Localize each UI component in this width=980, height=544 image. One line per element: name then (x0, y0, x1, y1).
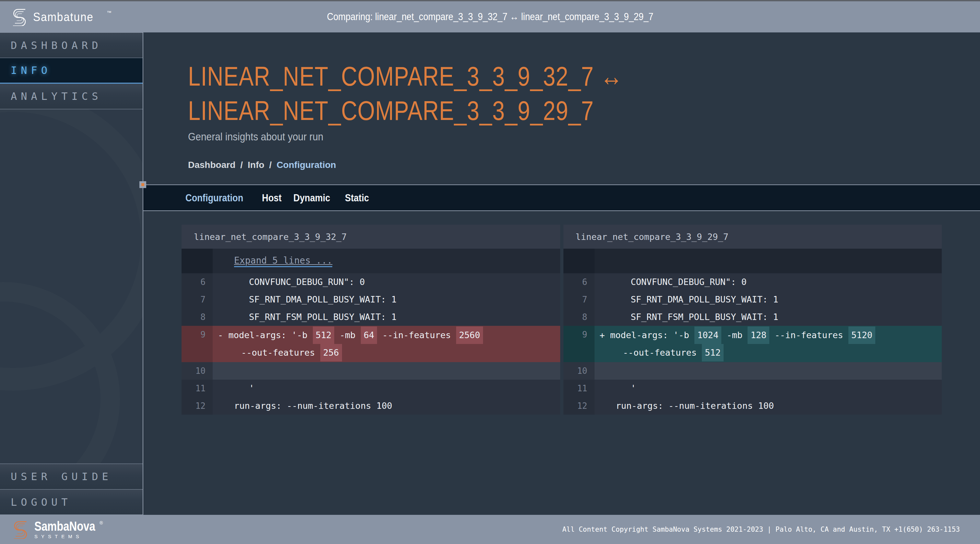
code-line: ' (595, 380, 942, 397)
splitter-handle[interactable] (139, 181, 146, 188)
sidebar-item-label: USER GUIDE (11, 471, 112, 483)
page-title-line2: LINEAR_NET_COMPARE_3_3_9_29_7 (188, 93, 837, 128)
sidebar-item-label: LOGOUT (11, 496, 72, 508)
comparing-title: Comparing: linear_net_compare_3_3_9_32_7… (327, 11, 653, 23)
sidebar-item-logout[interactable]: LOGOUT (0, 489, 143, 515)
breadcrumb-dashboard[interactable]: Dashboard (188, 160, 235, 170)
diff-line-number: 7 (181, 291, 213, 308)
diff-line-number: 6 (181, 273, 213, 291)
tab-host[interactable]: Host (262, 192, 282, 204)
diff-line: 12run-args: --num-iterations 100 (181, 397, 560, 415)
code-line: --out-features 256 (213, 344, 560, 361)
diff-line: 7SF_RNT_DMA_POLL_BUSY_WAIT: 1 (181, 291, 560, 308)
diff-line-number: 11 (181, 380, 213, 397)
diff-panel-left: linear_net_compare_3_3_9_32_7 Expand 5 l… (181, 225, 560, 415)
brand-trademark: ™ (107, 10, 111, 15)
code-text: --in-features (769, 330, 848, 340)
main-content: LINEAR_NET_COMPARE_3_3_9_32_7 ↔ LINEAR_N… (143, 32, 980, 515)
diff-token-highlight: 512 (313, 326, 334, 344)
sambanova-logo-icon (11, 520, 30, 539)
diff-line-number: 9 (181, 326, 213, 362)
sidebar-bottom-nav: USER GUIDE LOGOUT (0, 464, 143, 515)
diff-panel-right: linear_net_compare_3_3_9_29_7 6CONVFUNC_… (563, 225, 942, 415)
code-text: run-args: --num-iterations 100 (616, 401, 774, 411)
diff-panel-left-body: Expand 5 lines ...6CONVFUNC_DEBUG_RUN": … (181, 249, 560, 415)
diff-line-number: 8 (181, 308, 213, 326)
brand: Sambatune ™ (0, 8, 111, 26)
tab-static[interactable]: Static (345, 192, 369, 204)
diff-line-number: 11 (563, 380, 595, 397)
diff-line-number: 7 (563, 291, 595, 308)
breadcrumb-configuration[interactable]: Configuration (277, 160, 336, 170)
diff-token-highlight: 128 (748, 326, 769, 344)
diff-expand-cell: Expand 5 lines ... (213, 249, 560, 273)
diff-line-content: - model-args: '-b 512 -mb 64 --in-featur… (213, 326, 560, 362)
diff-line: 9+ model-args: '-b 1024 -mb 128 --in-fea… (563, 326, 942, 362)
app-header: Sambatune ™ Comparing: linear_net_compar… (0, 1, 980, 32)
footer-brand: SambaNova ® SYSTEMS (11, 520, 103, 539)
diff-line-content: SF_RNT_DMA_POLL_BUSY_WAIT: 1 (213, 291, 560, 308)
code-text: SF_RNT_FSM_POLL_BUSY_WAIT: 1 (631, 312, 778, 322)
brand-name: Sambatune (33, 10, 94, 24)
code-text: --out-features (623, 348, 702, 358)
sidebar-item-label: INFO (11, 64, 51, 76)
sidebar-item-label: ANALYTICS (11, 90, 102, 102)
diff-expand-cell (595, 249, 942, 273)
diff-line: 12run-args: --num-iterations 100 (563, 397, 942, 415)
sidebar-item-info[interactable]: INFO (0, 58, 143, 84)
sidebar-nav: DASHBOARD INFO ANALYTICS (0, 32, 143, 109)
code-text: SF_RNT_DMA_POLL_BUSY_WAIT: 1 (631, 294, 778, 304)
breadcrumb: Dashboard/Info/Configuration (188, 160, 980, 170)
diff-line: 9- model-args: '-b 512 -mb 64 --in-featu… (181, 326, 560, 362)
code-line: run-args: --num-iterations 100 (213, 397, 560, 415)
code-text: run-args: --num-iterations 100 (234, 401, 392, 411)
footer-brand-subtitle: SYSTEMS (34, 534, 103, 539)
expand-lines-link[interactable]: Expand 5 lines ... (234, 255, 332, 267)
diff-line: 6CONVFUNC_DEBUG_RUN": 0 (181, 273, 560, 291)
diff-line-number: 12 (563, 397, 595, 415)
diff-line: 8SF_RNT_FSM_POLL_BUSY_WAIT: 1 (181, 308, 560, 326)
code-text: -mb (334, 330, 361, 340)
diff-line-content: CONVFUNC_DEBUG_RUN": 0 (213, 273, 560, 291)
breadcrumb-separator: / (269, 160, 272, 170)
page-title: LINEAR_NET_COMPARE_3_3_9_32_7 ↔ LINEAR_N… (188, 59, 980, 128)
footer-registered-mark: ® (100, 520, 103, 525)
code-text: CONVFUNC_DEBUG_RUN": 0 (631, 277, 747, 287)
diff-line-content: CONVFUNC_DEBUG_RUN": 0 (595, 273, 942, 291)
diff-line-content: run-args: --num-iterations 100 (595, 397, 942, 415)
code-text: -mb (721, 330, 748, 340)
diff-line: 7SF_RNT_DMA_POLL_BUSY_WAIT: 1 (563, 291, 942, 308)
diff-line-number: 9 (563, 326, 595, 362)
code-text: ' (249, 383, 254, 393)
code-text: + model-args: '-b (600, 330, 695, 340)
code-line: + model-args: '-b 1024 -mb 128 --in-feat… (595, 326, 942, 344)
diff-panel-right-title: linear_net_compare_3_3_9_29_7 (563, 225, 942, 249)
diff-line-number: 12 (181, 397, 213, 415)
sidebar-item-dashboard[interactable]: DASHBOARD (0, 32, 143, 58)
diff-line-content: + model-args: '-b 1024 -mb 128 --in-feat… (595, 326, 942, 362)
tab-dynamic[interactable]: Dynamic (293, 192, 330, 204)
diff-line-content: SF_RNT_FSM_POLL_BUSY_WAIT: 1 (595, 308, 942, 326)
diff-line-content: run-args: --num-iterations 100 (213, 397, 560, 415)
diff-line-content: SF_RNT_FSM_POLL_BUSY_WAIT: 1 (213, 308, 560, 326)
tab-bar: Configuration Host Dynamic Static (143, 185, 980, 211)
diff-panel-right-body: 6CONVFUNC_DEBUG_RUN": 07SF_RNT_DMA_POLL_… (563, 249, 942, 415)
diff-line-content (213, 362, 560, 380)
diff-line-content (595, 362, 942, 380)
diff-line-number: 6 (563, 273, 595, 291)
breadcrumb-info[interactable]: Info (248, 160, 264, 170)
sidebar-item-analytics[interactable]: ANALYTICS (0, 84, 143, 109)
diff-token-highlight: 256 (320, 344, 342, 361)
code-text: - model-args: '-b (218, 330, 313, 340)
code-line: SF_RNT_FSM_POLL_BUSY_WAIT: 1 (595, 308, 942, 326)
diff-line-number (563, 249, 595, 273)
code-line: --out-features 512 (595, 344, 942, 361)
tab-configuration[interactable]: Configuration (185, 192, 243, 204)
diff-line-content: ' (595, 380, 942, 397)
page-title-line1: LINEAR_NET_COMPARE_3_3_9_32_7 ↔ (188, 59, 837, 93)
diff-line: 10 (181, 362, 560, 380)
sidebar-item-user-guide[interactable]: USER GUIDE (0, 464, 143, 489)
diff-line-number (181, 249, 213, 273)
code-line: run-args: --num-iterations 100 (595, 397, 942, 415)
diff-line-number: 10 (181, 362, 213, 380)
